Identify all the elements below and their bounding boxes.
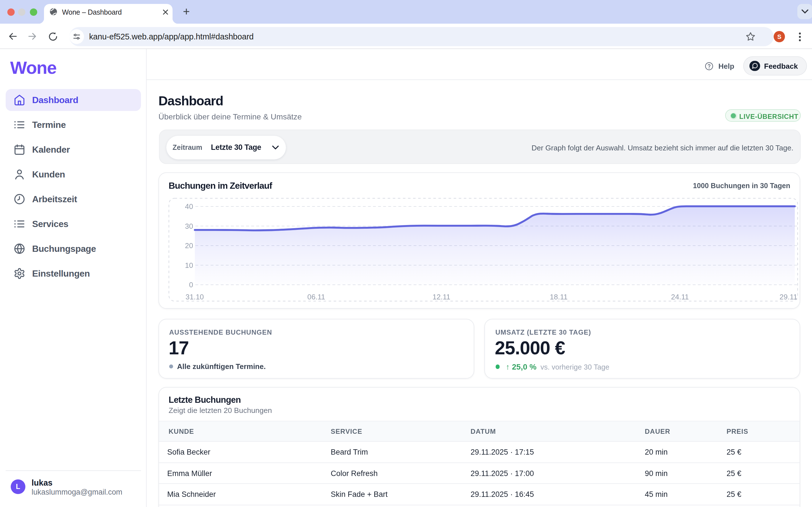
svg-text:10: 10 — [185, 261, 193, 269]
svg-text:31.10: 31.10 — [185, 292, 204, 301]
svg-text:29.11: 29.11 — [779, 292, 797, 301]
svg-text:20: 20 — [185, 241, 193, 249]
svg-text:06.11: 06.11 — [307, 292, 325, 301]
svg-text:24.11: 24.11 — [671, 292, 689, 301]
svg-text:30: 30 — [185, 222, 193, 230]
svg-text:0: 0 — [189, 280, 193, 289]
svg-text:18.11: 18.11 — [550, 292, 567, 301]
svg-text:40: 40 — [185, 202, 193, 210]
svg-text:12.11: 12.11 — [432, 292, 450, 301]
